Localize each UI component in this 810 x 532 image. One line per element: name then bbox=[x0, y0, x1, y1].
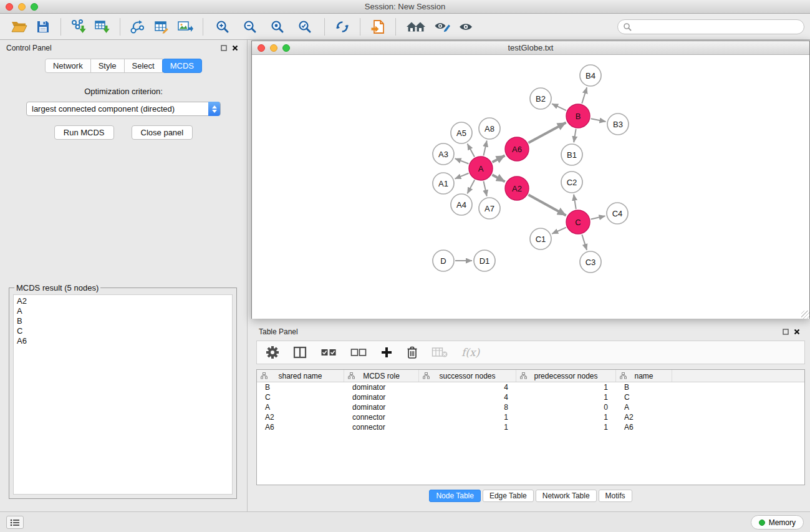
column-header-predecessor-nodes[interactable]: predecessor nodes bbox=[516, 370, 616, 382]
node-A3[interactable]: A3 bbox=[433, 143, 454, 165]
optimization-select[interactable]: largest connected component (directed) bbox=[26, 102, 221, 116]
node-C1[interactable]: C1 bbox=[530, 228, 551, 249]
node-B1[interactable]: B1 bbox=[561, 144, 582, 165]
home-views-button[interactable] bbox=[402, 16, 430, 38]
function-builder-button[interactable]: f(x) bbox=[461, 346, 480, 359]
node-A8[interactable]: A8 bbox=[479, 118, 500, 139]
node-B2[interactable]: B2 bbox=[530, 88, 551, 109]
tab-network-table[interactable]: Network Table bbox=[536, 490, 597, 502]
mcds-result-list[interactable]: A2ABCA6 bbox=[13, 294, 233, 495]
network-document-button[interactable] bbox=[366, 16, 390, 38]
column-header-shared-name[interactable]: shared name bbox=[257, 370, 344, 382]
minimize-network-window-button[interactable] bbox=[270, 44, 277, 52]
node-C[interactable]: C bbox=[566, 210, 590, 234]
table-row[interactable]: A2connector11A2 bbox=[257, 412, 804, 422]
eye-pen-button[interactable] bbox=[430, 16, 454, 38]
node-C2[interactable]: C2 bbox=[561, 172, 582, 193]
node-A7[interactable]: A7 bbox=[479, 198, 500, 219]
network-window-titlebar[interactable]: testGlobe.txt bbox=[252, 41, 809, 55]
edge-A-A4[interactable] bbox=[467, 180, 475, 194]
edge-A-A6[interactable] bbox=[493, 155, 505, 162]
select-all-checks-button[interactable] bbox=[321, 348, 337, 357]
zoom-fit-button[interactable] bbox=[264, 16, 291, 38]
save-session-button[interactable] bbox=[31, 16, 55, 38]
close-panel-action-button[interactable]: Close panel bbox=[132, 125, 193, 140]
run-mcds-button[interactable]: Run MCDS bbox=[54, 125, 114, 140]
mcds-result-item[interactable]: A6 bbox=[17, 336, 229, 346]
edge-B-B2[interactable] bbox=[552, 104, 566, 110]
edge-A-A3[interactable] bbox=[455, 158, 469, 163]
search-input[interactable] bbox=[632, 22, 799, 32]
mcds-result-item[interactable]: B bbox=[17, 316, 229, 326]
node-C4[interactable]: C4 bbox=[607, 203, 628, 224]
network-canvas[interactable]: B4B2BB3A5A8A6A3B1AC2A1A2A4A7C4CC1C3DD1 bbox=[252, 55, 809, 319]
mcds-result-item[interactable]: C bbox=[17, 326, 229, 336]
tab-motifs[interactable]: Motifs bbox=[599, 490, 632, 502]
node-A[interactable]: A bbox=[469, 157, 493, 180]
edge-B-B1[interactable] bbox=[574, 129, 576, 143]
node-D[interactable]: D bbox=[433, 250, 454, 271]
close-table-panel-button[interactable] bbox=[791, 327, 803, 336]
edge-B-B3[interactable] bbox=[591, 118, 606, 122]
add-row-button[interactable] bbox=[380, 346, 393, 359]
delete-row-button[interactable] bbox=[407, 346, 418, 359]
memory-button[interactable]: Memory bbox=[751, 515, 804, 530]
window-resize-grip[interactable] bbox=[801, 311, 809, 319]
zoom-network-window-button[interactable] bbox=[282, 44, 290, 52]
minimize-window-button[interactable] bbox=[18, 3, 26, 11]
table-row[interactable]: A6connector11A6 bbox=[257, 422, 804, 432]
edge-B-B4[interactable] bbox=[582, 87, 587, 104]
node-A2[interactable]: A2 bbox=[505, 177, 529, 200]
float-table-panel-button[interactable] bbox=[780, 327, 791, 336]
node-A4[interactable]: A4 bbox=[451, 194, 472, 215]
node-A6[interactable]: A6 bbox=[505, 137, 529, 161]
export-image-button[interactable] bbox=[173, 16, 197, 38]
split-columns-button[interactable] bbox=[293, 346, 307, 359]
delete-table-button[interactable] bbox=[432, 347, 448, 358]
column-header-name[interactable]: name bbox=[616, 370, 672, 382]
edge-A-A5[interactable] bbox=[468, 144, 475, 157]
mcds-result-item[interactable]: A2 bbox=[17, 296, 229, 306]
node-B[interactable]: B bbox=[566, 104, 590, 128]
edge-A-A1[interactable] bbox=[455, 173, 469, 179]
zoom-out-button[interactable] bbox=[236, 16, 264, 38]
zoom-selected-button[interactable] bbox=[291, 16, 319, 38]
edge-A-A7[interactable] bbox=[483, 181, 486, 196]
tab-node-table[interactable]: Node Table bbox=[429, 490, 481, 502]
edge-C-C1[interactable] bbox=[552, 228, 566, 234]
table-settings-button[interactable] bbox=[266, 346, 279, 359]
close-window-button[interactable] bbox=[6, 3, 13, 11]
float-panel-button[interactable] bbox=[218, 44, 229, 52]
edge-C-C3[interactable] bbox=[582, 235, 587, 250]
new-network-button[interactable] bbox=[126, 16, 150, 38]
eye-button[interactable] bbox=[454, 16, 478, 38]
table-row[interactable]: Bdominator41B bbox=[257, 382, 804, 392]
node-B3[interactable]: B3 bbox=[607, 114, 629, 135]
tab-style[interactable]: Style bbox=[90, 59, 125, 73]
edge-A6-B[interactable] bbox=[528, 122, 566, 143]
edit-table-button[interactable] bbox=[150, 16, 173, 38]
clear-all-checks-button[interactable] bbox=[350, 348, 367, 357]
tab-network[interactable]: Network bbox=[45, 59, 91, 73]
edge-A2-C[interactable] bbox=[528, 195, 566, 215]
edge-A-A2[interactable] bbox=[492, 175, 504, 181]
zoom-window-button[interactable] bbox=[31, 3, 38, 11]
node-D1[interactable]: D1 bbox=[474, 250, 495, 271]
node-B4[interactable]: B4 bbox=[580, 65, 601, 86]
task-history-button[interactable] bbox=[6, 516, 24, 529]
zoom-in-button[interactable] bbox=[209, 16, 236, 38]
table-row[interactable]: Adominator80A bbox=[257, 402, 804, 412]
tab-mcds[interactable]: MCDS bbox=[162, 59, 202, 73]
import-table-button[interactable] bbox=[90, 16, 114, 38]
tab-select[interactable]: Select bbox=[124, 59, 163, 73]
column-header-mcds-role[interactable]: MCDS role bbox=[344, 370, 419, 382]
import-network-button[interactable] bbox=[67, 16, 90, 38]
close-network-window-button[interactable] bbox=[258, 44, 265, 52]
node-C3[interactable]: C3 bbox=[580, 251, 601, 273]
column-header-successor-nodes[interactable]: successor nodes bbox=[419, 370, 516, 382]
node-A1[interactable]: A1 bbox=[433, 173, 454, 194]
edge-A-A8[interactable] bbox=[483, 141, 486, 156]
edge-C-C2[interactable] bbox=[574, 195, 576, 209]
refresh-view-button[interactable] bbox=[330, 16, 354, 38]
table-row[interactable]: Cdominator41C bbox=[257, 392, 804, 402]
